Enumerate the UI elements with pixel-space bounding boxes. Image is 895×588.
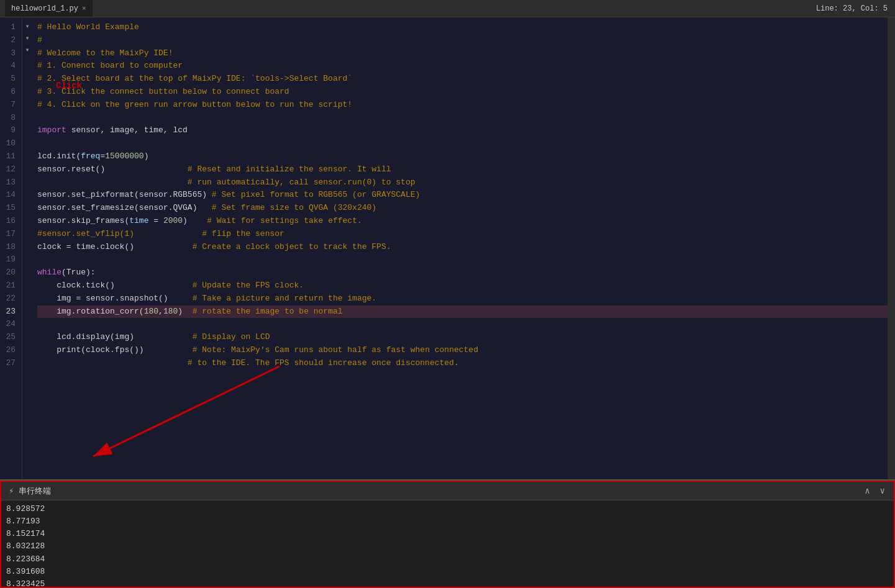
code-line-8 [37,113,42,122]
code-line-7: # 4. Click on the green run arrow button… [37,100,352,109]
file-tab[interactable]: helloworld_1.py × [5,0,93,17]
line-number-22: 22 [4,292,16,305]
line-numbers: 1 2 3 4 5 6 7 8 9 10 11 12 13 14 15 16 1… [0,17,22,479]
line-number-17: 17 [4,228,16,241]
code-line-16: sensor.skip_frames(time = 2000) # Wait f… [37,216,362,225]
line-number-10: 10 [4,137,16,150]
scrollbar-track[interactable] [888,17,895,479]
line-number-13: 13 [4,176,16,189]
line-number-1: 1 [4,21,16,34]
line-number-4: 4 [4,60,16,73]
code-line-4: # 1. Conenct board to computer [37,61,183,70]
panel-title: 串行终端 [19,486,51,497]
panel-expand-button[interactable]: ∨ [878,484,888,497]
code-line-19 [37,255,42,264]
line-number-16: 16 [4,215,16,228]
code-line-24: lcd.display(img) # Display on LCD [37,332,270,341]
code-line-21: clock.tick() # Update the FPS clock. [37,281,304,290]
code-line-17: #sensor.set_vflip(1) # flip the sensor [37,229,284,238]
code-line-15: sensor.set_framesize(sensor.QVGA) # Set … [37,203,376,212]
tab-close-button[interactable]: × [82,5,86,12]
code-line-13: # run automatically, call sensor.run(0) … [37,178,416,187]
code-line-9: import sensor, image, time, lcd [37,125,188,135]
line-number-8: 8 [4,112,16,125]
fold-gutter: ▾ ▾ ▾ [22,17,32,479]
terminal-value-1: 8.77193 [6,515,889,528]
fold-marker-12[interactable]: ▾ [22,21,32,33]
code-line-14: sensor.set_pixformat(sensor.RGB565) # Se… [37,190,420,199]
terminal-value-0: 8.928572 [6,503,889,515]
terminal-value-2: 8.152174 [6,528,889,540]
terminal-value-3: 8.032128 [6,540,889,553]
bottom-panel: ⚡ 串行终端 ∧ ∨ 8.9285728.771938.1521748.0321… [0,479,895,588]
code-line-1: # Hello World Example [37,22,139,32]
terminal-value-5: 8.391608 [6,566,889,578]
tab-filename: helloworld_1.py [11,4,78,13]
panel-header: ⚡ 串行终端 ∧ ∨ [1,482,894,500]
code-editor[interactable]: # Hello World Example # # Welcome to the… [32,17,888,479]
line-number-21: 21 [4,279,16,292]
line-number-20: 20 [4,266,16,279]
panel-controls: ∧ ∨ [862,484,888,497]
line-number-24: 24 [4,318,16,331]
line-number-2: 2 [4,34,16,47]
code-line-3: # Welcome to the MaixPy IDE! [37,48,173,58]
line-number-15: 15 [4,202,16,215]
editor-area: 1 2 3 4 5 6 7 8 9 10 11 12 13 14 15 16 1… [0,17,895,479]
line-number-19: 19 [4,253,16,266]
line-number-26: 26 [4,344,16,357]
line-number-7: 7 [4,99,16,112]
code-line-2: # [37,35,42,45]
line-number-25: 25 [4,331,16,344]
line-number-11: 11 [4,150,16,163]
terminal-box: ⚡ 串行终端 ∧ ∨ 8.9285728.771938.1521748.0321… [0,481,895,588]
cursor-position: Line: 23, Col: 5 [816,4,888,13]
code-line-26: # to the IDE. The FPS should increase on… [37,358,459,368]
code-line-5: # 2. Select board at the top of MaixPy I… [37,74,352,83]
code-line-20: while(True): [37,268,96,277]
line-number-12: 12 [4,163,16,176]
terminal-icon: ⚡ [9,486,14,496]
line-number-6: 6 [4,86,16,99]
code-line-23: img.rotation_corr(180,180) # rotate the … [37,305,888,319]
line-number-3: 3 [4,47,16,60]
fold-marker-24[interactable]: ▾ [22,45,32,57]
code-line-11: lcd.init(freq=15000000) [37,152,148,161]
terminal-value-6: 8.323425 [6,578,889,587]
line-number-9: 9 [4,124,16,137]
code-line-12: sensor.reset() # Reset and initialize th… [37,165,391,174]
line-number-5: 5 [4,73,16,86]
terminal-output: 8.9285728.771938.1521748.0321288.2236848… [1,500,894,587]
line-number-14: 14 [4,189,16,202]
line-number-27: 27 [4,357,16,370]
code-line-10 [37,138,42,148]
code-line-25: print(clock.fps()) # Note: MaixPy's Cam … [37,345,478,355]
title-bar: helloworld_1.py × Line: 23, Col: 5 [0,0,895,17]
code-line-22: img = sensor.snapshot() # Take a picture… [37,294,376,303]
fold-marker-20[interactable]: ▾ [22,33,32,45]
line-number-18: 18 [4,241,16,254]
code-line-27 [37,371,42,381]
code-line-18: clock = time.clock() # Create a clock ob… [37,242,391,251]
panel-collapse-button[interactable]: ∧ [862,484,872,497]
code-line-6: # 3. Click the connect button below to c… [37,87,289,96]
line-number-23: 23 [4,305,16,319]
terminal-value-4: 8.223684 [6,553,889,566]
